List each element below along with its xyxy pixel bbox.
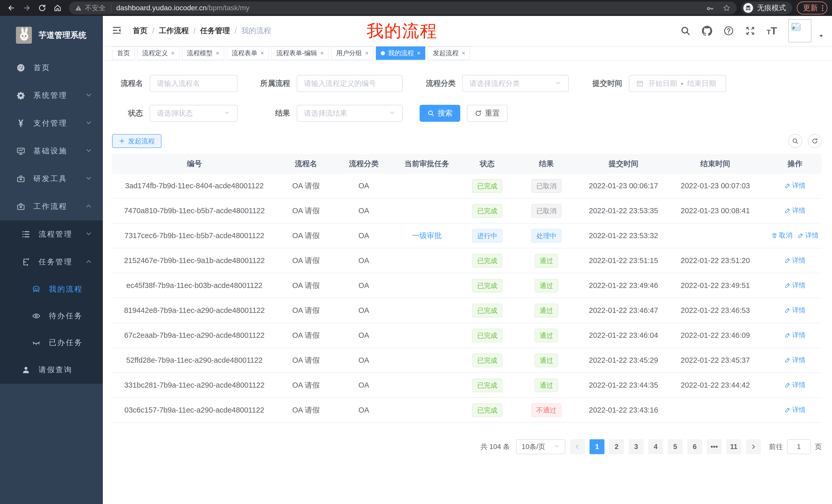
search-icon[interactable] [680,26,691,36]
close-icon[interactable]: × [171,50,175,56]
result-badge: 通过 [535,354,558,367]
page-size-select[interactable]: 10条/页 [516,439,565,454]
github-icon[interactable] [702,26,712,36]
page-button-4[interactable]: 4 [648,439,663,454]
browser-reload-button[interactable] [35,1,49,15]
sidebar-collapse-icon[interactable] [111,25,123,36]
detail-link[interactable]: 详情 [784,306,806,315]
bookmark-star-icon[interactable] [723,4,730,12]
close-icon[interactable]: × [320,50,324,56]
status-badge: 已完成 [472,254,502,268]
prev-page-button[interactable] [570,439,585,454]
result-badge: 通过 [535,304,558,317]
chevron-down-icon [85,230,92,238]
sidebar-item-12[interactable]: 请假查询 [0,356,103,384]
show-search-toggle-button[interactable] [788,134,802,148]
sidebar-item-3[interactable]: 支付管理 [0,109,103,137]
browser-home-button[interactable] [51,1,64,15]
cell-result: 已取消 [513,204,579,218]
sidebar-item-9[interactable]: 我的流程 [0,276,103,303]
tab-4[interactable]: 流程表单× [227,47,269,60]
submit-time-range[interactable]: 开始日期 - 结束日期 [629,75,726,92]
fullscreen-icon[interactable] [745,26,755,36]
detail-link[interactable]: 详情 [784,206,806,215]
detail-link[interactable]: 详情 [784,381,806,389]
cell-status: 已完成 [461,379,513,392]
cell-actions: 详情 [763,306,827,315]
face-icon [31,284,41,294]
process-input[interactable] [304,79,395,88]
page-button-2[interactable]: 2 [609,439,624,454]
close-icon[interactable]: × [365,50,368,56]
detail-link[interactable]: 详情 [784,405,806,414]
detail-link[interactable]: 详情 [784,256,806,265]
tab-7[interactable]: 我的流程× [376,47,425,60]
page-button-5[interactable]: 5 [668,439,683,454]
page-button-6[interactable]: 6 [687,439,702,454]
font-size-icon[interactable]: TT [767,25,777,37]
sidebar-item-2[interactable]: 系统管理 [0,82,103,109]
detail-link[interactable]: 详情 [784,356,806,365]
next-page-button[interactable] [746,439,761,454]
help-icon[interactable] [724,26,734,36]
sidebar-item-5[interactable]: 研发工具 [0,165,103,193]
page-button-1[interactable]: 1 [590,439,604,454]
result-select[interactable]: 请选择流结果 [297,105,402,122]
tab-2[interactable]: 流程定义× [137,47,179,60]
breadcrumb-task[interactable]: 任务管理 [200,26,230,36]
close-icon[interactable]: × [462,50,465,56]
browser-forward-button[interactable] [20,1,33,15]
result-badge: 通过 [535,329,558,342]
sidebar-item-6[interactable]: 工作流程 [0,193,103,220]
avatar[interactable] [788,19,811,43]
detail-link[interactable]: 详情 [784,281,806,290]
cancel-link[interactable]: 取消 [771,231,792,240]
close-icon[interactable]: × [260,50,264,56]
cell-submit-time: 2022-01-22 23:45:29 [579,356,668,365]
breadcrumb-home[interactable]: 首页 [133,26,148,36]
name-input[interactable] [157,79,230,88]
status-select[interactable]: 请选择状态 [150,105,238,122]
password-key-icon[interactable] [706,4,714,12]
close-icon[interactable]: × [417,50,420,56]
browser-back-button[interactable] [5,1,18,15]
tab-1[interactable]: 首页 [112,47,135,60]
more-pages-button[interactable]: ••• [707,439,722,454]
tab-5[interactable]: 流程表单-编辑× [271,47,329,60]
sidebar-item-11[interactable]: 已办任务 [0,329,103,356]
sidebar-item-7[interactable]: 流程管理 [0,220,103,248]
cell-name: OA 请假 [277,256,335,266]
create-process-button[interactable]: 发起流程 [112,134,161,148]
cell-name: OA 请假 [277,355,335,366]
browser-update-button[interactable]: 更新 [797,2,827,15]
reset-button[interactable]: 重置 [467,105,508,122]
close-icon[interactable]: × [216,50,219,56]
cell-status: 已完成 [461,329,513,342]
sidebar-item-10[interactable]: 待办任务 [0,303,103,329]
tab-label: 流程模型 [187,49,213,57]
category-select[interactable]: 请选择流程分类 [462,75,569,92]
address-bar[interactable]: 不安全 dashboard.yudao.iocoder.cn/bpm/task/… [69,2,737,15]
sidebar-item-4[interactable]: 基础设施 [0,137,103,165]
search-button[interactable]: 搜索 [420,105,460,122]
sidebar: 芋道管理系统 首页系统管理支付管理基础设施研发工具工作流程流程管理任务管理我的流… [0,16,103,504]
app-logo[interactable]: 芋道管理系统 [0,16,103,54]
avatar-caret-icon[interactable] [818,33,824,40]
monitor-icon [16,146,26,156]
refresh-table-button[interactable] [808,134,822,148]
tab-3[interactable]: 流程模型× [182,47,224,60]
sidebar-item-1[interactable]: 首页 [0,54,103,82]
detail-link[interactable]: 详情 [798,231,818,240]
tab-8[interactable]: 发起流程× [428,47,470,60]
breadcrumb-workflow[interactable]: 工作流程 [159,26,189,36]
tab-6[interactable]: 用户分组× [331,47,373,60]
sidebar-item-label: 我的流程 [49,284,83,295]
goto-page-input[interactable] [787,439,811,454]
page-button-3[interactable]: 3 [629,439,644,454]
detail-link[interactable]: 详情 [784,331,806,340]
browser-menu-icon[interactable] [822,5,823,11]
sidebar-item-8[interactable]: 任务管理 [0,248,103,276]
task-link[interactable]: 一级审批 [412,231,442,240]
detail-link[interactable]: 详情 [784,181,806,190]
page-button-11[interactable]: 11 [726,439,741,454]
